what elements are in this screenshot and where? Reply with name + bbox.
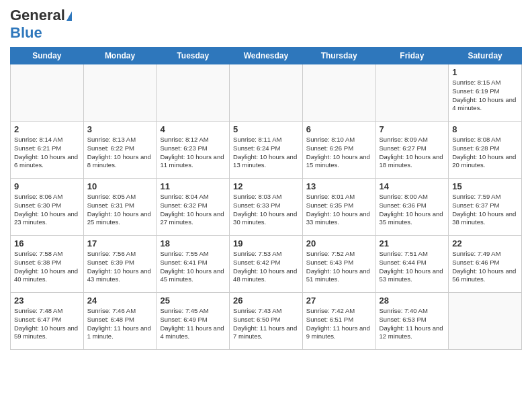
calendar-cell: 1Sunrise: 8:15 AM Sunset: 6:19 PM Daylig… [449,64,522,122]
calendar-cell: 6Sunrise: 8:10 AM Sunset: 6:26 PM Daylig… [302,122,375,179]
calendar-cell: 17Sunrise: 7:56 AM Sunset: 6:39 PM Dayli… [83,236,157,293]
day-info: Sunrise: 7:53 AM Sunset: 6:42 PM Dayligh… [233,250,299,284]
day-info: Sunrise: 7:43 AM Sunset: 6:50 PM Dayligh… [233,307,299,341]
calendar-cell: 12Sunrise: 8:03 AM Sunset: 6:33 PM Dayli… [230,179,303,236]
day-info: Sunrise: 7:58 AM Sunset: 6:38 PM Dayligh… [14,250,80,284]
day-info: Sunrise: 8:11 AM Sunset: 6:24 PM Dayligh… [233,136,299,170]
day-info: Sunrise: 7:55 AM Sunset: 6:41 PM Dayligh… [160,250,226,284]
day-info: Sunrise: 8:04 AM Sunset: 6:32 PM Dayligh… [160,193,226,227]
day-number: 26 [233,295,299,306]
day-number: 12 [233,181,299,191]
day-number: 24 [87,295,153,306]
logo-blue: Blue [10,24,42,42]
day-number: 11 [160,181,226,191]
calendar-cell: 9Sunrise: 8:06 AM Sunset: 6:30 PM Daylig… [11,179,84,236]
calendar-cell: 13Sunrise: 8:01 AM Sunset: 6:35 PM Dayli… [302,179,375,236]
week-row-4: 23Sunrise: 7:48 AM Sunset: 6:47 PM Dayli… [11,293,522,350]
calendar-cell: 18Sunrise: 7:55 AM Sunset: 6:41 PM Dayli… [157,236,230,293]
day-number: 3 [87,124,153,134]
day-number: 7 [380,124,445,134]
page: General Blue SundayMondayTuesdayWednesda… [0,0,532,411]
day-number: 17 [87,238,153,248]
day-info: Sunrise: 7:51 AM Sunset: 6:44 PM Dayligh… [380,250,445,284]
calendar-cell [230,64,303,122]
day-info: Sunrise: 7:48 AM Sunset: 6:47 PM Dayligh… [14,307,80,341]
day-header-sunday: Sunday [11,48,84,64]
week-row-1: 2Sunrise: 8:14 AM Sunset: 6:21 PM Daylig… [11,122,522,179]
day-number: 6 [306,124,372,134]
day-number: 22 [452,238,518,248]
calendar-cell: 7Sunrise: 8:09 AM Sunset: 6:27 PM Daylig… [375,122,449,179]
day-info: Sunrise: 8:12 AM Sunset: 6:23 PM Dayligh… [160,136,226,170]
week-row-2: 9Sunrise: 8:06 AM Sunset: 6:30 PM Daylig… [11,179,522,236]
day-number: 2 [14,124,80,134]
day-info: Sunrise: 8:00 AM Sunset: 6:36 PM Dayligh… [380,193,445,227]
day-number: 1 [452,67,518,77]
day-info: Sunrise: 7:59 AM Sunset: 6:37 PM Dayligh… [452,193,518,227]
calendar-cell: 14Sunrise: 8:00 AM Sunset: 6:36 PM Dayli… [375,179,449,236]
week-row-3: 16Sunrise: 7:58 AM Sunset: 6:38 PM Dayli… [11,236,522,293]
calendar-cell: 16Sunrise: 7:58 AM Sunset: 6:38 PM Dayli… [11,236,84,293]
day-info: Sunrise: 8:05 AM Sunset: 6:31 PM Dayligh… [87,193,153,227]
day-info: Sunrise: 7:49 AM Sunset: 6:46 PM Dayligh… [452,250,518,284]
logo: General Blue [10,7,72,42]
calendar-cell: 2Sunrise: 8:14 AM Sunset: 6:21 PM Daylig… [11,122,84,179]
day-info: Sunrise: 8:08 AM Sunset: 6:28 PM Dayligh… [452,136,518,170]
day-info: Sunrise: 7:46 AM Sunset: 6:48 PM Dayligh… [87,307,153,341]
day-info: Sunrise: 8:03 AM Sunset: 6:33 PM Dayligh… [233,193,299,227]
day-info: Sunrise: 7:56 AM Sunset: 6:39 PM Dayligh… [87,250,153,284]
day-number: 27 [306,295,372,306]
day-header-monday: Monday [83,48,157,64]
day-number: 20 [306,238,372,248]
calendar-header-row: SundayMondayTuesdayWednesdayThursdayFrid… [11,48,522,64]
calendar-cell: 3Sunrise: 8:13 AM Sunset: 6:22 PM Daylig… [83,122,157,179]
calendar-cell: 28Sunrise: 7:40 AM Sunset: 6:53 PM Dayli… [375,293,449,350]
header: General Blue [10,7,522,42]
day-number: 23 [14,295,80,306]
calendar-cell: 24Sunrise: 7:46 AM Sunset: 6:48 PM Dayli… [83,293,157,350]
day-number: 19 [233,238,299,248]
day-number: 16 [14,238,80,248]
calendar-cell: 19Sunrise: 7:53 AM Sunset: 6:42 PM Dayli… [230,236,303,293]
calendar-cell: 5Sunrise: 8:11 AM Sunset: 6:24 PM Daylig… [230,122,303,179]
calendar-cell: 27Sunrise: 7:42 AM Sunset: 6:51 PM Dayli… [302,293,375,350]
calendar-cell: 10Sunrise: 8:05 AM Sunset: 6:31 PM Dayli… [83,179,157,236]
week-row-0: 1Sunrise: 8:15 AM Sunset: 6:19 PM Daylig… [11,64,522,122]
calendar-cell [449,293,522,350]
calendar-cell: 4Sunrise: 8:12 AM Sunset: 6:23 PM Daylig… [157,122,230,179]
calendar-cell: 25Sunrise: 7:45 AM Sunset: 6:49 PM Dayli… [157,293,230,350]
day-info: Sunrise: 8:14 AM Sunset: 6:21 PM Dayligh… [14,136,80,170]
day-number: 9 [14,181,80,191]
day-number: 28 [380,295,445,306]
day-header-thursday: Thursday [302,48,375,64]
calendar-cell: 20Sunrise: 7:52 AM Sunset: 6:43 PM Dayli… [302,236,375,293]
day-header-tuesday: Tuesday [157,48,230,64]
day-info: Sunrise: 7:45 AM Sunset: 6:49 PM Dayligh… [160,307,226,341]
day-number: 5 [233,124,299,134]
day-number: 18 [160,238,226,248]
day-number: 10 [87,181,153,191]
calendar-cell: 26Sunrise: 7:43 AM Sunset: 6:50 PM Dayli… [230,293,303,350]
calendar-cell: 15Sunrise: 7:59 AM Sunset: 6:37 PM Dayli… [449,179,522,236]
day-number: 13 [306,181,372,191]
calendar-cell [375,64,449,122]
day-header-saturday: Saturday [449,48,522,64]
day-info: Sunrise: 8:13 AM Sunset: 6:22 PM Dayligh… [87,136,153,170]
day-info: Sunrise: 8:06 AM Sunset: 6:30 PM Dayligh… [14,193,80,227]
calendar-cell: 23Sunrise: 7:48 AM Sunset: 6:47 PM Dayli… [11,293,84,350]
day-info: Sunrise: 8:01 AM Sunset: 6:35 PM Dayligh… [306,193,372,227]
calendar-cell [83,64,157,122]
calendar-table: SundayMondayTuesdayWednesdayThursdayFrid… [10,47,522,350]
calendar-cell [302,64,375,122]
logo-general: General [10,7,72,24]
day-info: Sunrise: 7:40 AM Sunset: 6:53 PM Dayligh… [380,307,445,341]
day-number: 21 [380,238,445,248]
calendar-cell: 11Sunrise: 8:04 AM Sunset: 6:32 PM Dayli… [157,179,230,236]
day-info: Sunrise: 8:10 AM Sunset: 6:26 PM Dayligh… [306,136,372,170]
day-header-wednesday: Wednesday [230,48,303,64]
calendar-cell: 22Sunrise: 7:49 AM Sunset: 6:46 PM Dayli… [449,236,522,293]
calendar-cell [157,64,230,122]
day-header-friday: Friday [375,48,449,64]
day-info: Sunrise: 8:15 AM Sunset: 6:19 PM Dayligh… [452,79,518,113]
calendar-cell: 8Sunrise: 8:08 AM Sunset: 6:28 PM Daylig… [449,122,522,179]
